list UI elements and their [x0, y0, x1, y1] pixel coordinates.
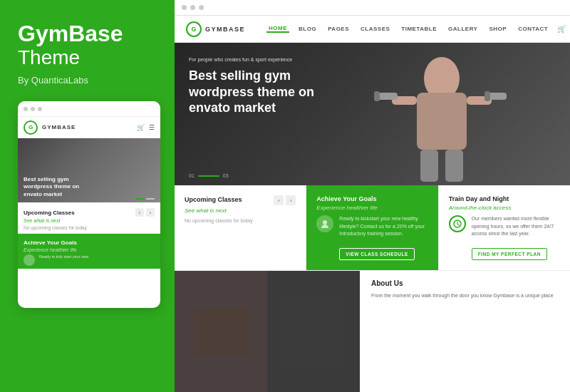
right-panel: G GYMBASE HOME BLOG PAGES CLASSES TIMETA… — [175, 0, 570, 392]
bottom-images — [175, 271, 360, 393]
brand-title: GymBase — [18, 21, 160, 46]
desktop-logo: G GYMBASE — [186, 21, 245, 37]
bottom-img-1-svg — [175, 271, 267, 393]
about-text: From the moment you walk through the doo… — [371, 292, 559, 299]
mobile-dot-1 — [24, 107, 28, 111]
achieve-card-btn[interactable]: VIEW CLASS SCHEDULE — [339, 248, 415, 260]
svg-rect-15 — [281, 295, 346, 368]
mobile-hero-text: Best selling gymwordpress theme onenvato… — [24, 176, 79, 198]
mobile-logo-text: GYMBASE — [42, 124, 133, 130]
mobile-dot-3 — [38, 107, 42, 111]
desktop-hero-title: Best selling gymwordpress theme onenvato… — [189, 68, 346, 116]
bottom-img-2-svg — [267, 271, 360, 393]
train-card-title: Train Day and Night — [449, 195, 560, 202]
mobile-achieve-subtitle: Experience healthier life — [24, 247, 155, 252]
mobile-mockup: G GYMBASE 🛒 ☰ Best selling gymwordpress … — [18, 101, 160, 308]
hero-dot-left: 01 — [189, 173, 195, 178]
mobile-next-arrow[interactable]: › — [146, 208, 155, 217]
achieve-card-desc: Ready to kickstart your new healthy life… — [339, 215, 428, 238]
train-card: Train Day and Night Around-the-clock acc… — [439, 185, 570, 270]
svg-rect-7 — [445, 150, 463, 182]
desktop-cart-icon[interactable]: 🛒 — [557, 24, 566, 34]
mobile-nav: G GYMBASE 🛒 ☰ — [18, 117, 160, 138]
mobile-prev-arrow[interactable]: ‹ — [135, 208, 144, 217]
mobile-upcoming-title: Upcoming Classes — [24, 210, 75, 216]
mobile-logo-icon: G — [24, 120, 38, 135]
mobile-achieve-icon — [24, 254, 35, 266]
cards-row: Upcoming Classes ‹ › See what is next No… — [175, 185, 570, 270]
upcoming-next-arrow[interactable]: › — [286, 195, 296, 205]
bottom-right: About Us From the moment you walk throug… — [360, 271, 570, 393]
mobile-upcoming-arrows: ‹ › — [135, 208, 155, 217]
mobile-cart-icon: 🛒 — [137, 124, 145, 131]
mobile-achieve-row: Ready to kick start your new — [24, 254, 155, 266]
mobile-achieve-desc: Ready to kick start your new — [39, 254, 88, 260]
bottom-img-1 — [175, 271, 267, 393]
upcoming-card-title: Upcoming Classes — [185, 196, 242, 203]
nav-link-timetable[interactable]: TIMETABLE — [399, 26, 439, 32]
bottom-img-2 — [267, 271, 360, 393]
desktop-dot-2 — [190, 5, 195, 10]
desktop-logo-icon: G — [186, 21, 202, 37]
achieve-icon-row: Ready to kickstart your new healthy life… — [316, 215, 428, 260]
achieve-card-subtitle: Experience healthier life — [316, 205, 428, 211]
upcoming-header-row: Upcoming Classes ‹ › — [185, 195, 296, 205]
desktop-nav: G GYMBASE HOME BLOG PAGES CLASSES TIMETA… — [175, 16, 570, 43]
desktop-logo-text: GYMBASE — [205, 26, 245, 33]
mobile-dot-2 — [31, 107, 35, 111]
mobile-hero-content: Best selling gymwordpress theme onenvato… — [24, 176, 79, 198]
mobile-upcoming-empty: No upcoming classes for today — [24, 225, 155, 230]
train-icon-svg — [453, 220, 462, 228]
desktop-top-bar — [175, 0, 570, 16]
upcoming-card-empty: No upcoming classes for today — [185, 218, 296, 223]
mobile-top-bar — [18, 101, 160, 117]
nav-link-gallery[interactable]: GALLERY — [446, 26, 480, 32]
upcoming-prev-arrow[interactable]: ‹ — [274, 195, 284, 205]
svg-rect-13 — [193, 307, 249, 356]
achieve-icon-svg — [320, 219, 330, 229]
achieve-card-icon — [316, 215, 333, 232]
mobile-achieve-title: Achieve Your Goals — [24, 239, 155, 246]
desktop-dot-1 — [182, 5, 187, 10]
train-card-icon — [449, 215, 466, 232]
mobile-upcoming: Upcoming Classes ‹ › See what is next No… — [18, 202, 160, 234]
train-icon-row: Our members wanted more flexible opening… — [449, 215, 560, 260]
desktop-mockup: G GYMBASE HOME BLOG PAGES CLASSES TIMETA… — [175, 0, 570, 392]
nav-link-contact[interactable]: CONTACT — [516, 26, 550, 32]
desktop-hero-tagline: For people who creates fun & sport exper… — [189, 57, 556, 62]
mobile-upcoming-subtitle: See what is next — [24, 218, 155, 223]
desktop-hero-content: For people who creates fun & sport exper… — [175, 43, 570, 130]
nav-link-pages[interactable]: PAGES — [326, 26, 351, 32]
about-title: About Us — [371, 279, 559, 287]
svg-point-10 — [323, 220, 327, 225]
mobile-hero: Best selling gymwordpress theme onenvato… — [18, 138, 160, 202]
nav-link-home[interactable]: HOME — [266, 25, 289, 33]
mobile-achieve: Achieve Your Goals Experience healthier … — [18, 234, 160, 269]
svg-rect-6 — [420, 150, 438, 182]
train-card-desc: Our members wanted more flexible opening… — [472, 215, 560, 238]
train-card-subtitle: Around-the-clock access — [449, 205, 560, 211]
achieve-goals-card: Achieve Your Goals Experience healthier … — [306, 185, 438, 270]
upcoming-card-subtitle: See what is next — [185, 207, 296, 214]
hero-dot-line — [198, 175, 219, 177]
upcoming-card-arrows: ‹ › — [274, 195, 296, 205]
upcoming-classes-card: Upcoming Classes ‹ › See what is next No… — [175, 185, 306, 270]
mobile-menu-icon: ☰ — [149, 124, 155, 131]
mobile-nav-icons: 🛒 ☰ — [137, 124, 155, 131]
mobile-hero-dot-inactive — [146, 198, 155, 200]
achieve-card-title: Achieve Your Goals — [316, 195, 428, 202]
brand-by: By QuanticaLabs — [18, 75, 160, 86]
brand-subtitle: Theme — [18, 46, 160, 69]
nav-link-shop[interactable]: SHOP — [487, 26, 509, 32]
bottom-section: About Us From the moment you walk throug… — [175, 270, 570, 393]
desktop-hero: For people who creates fun & sport exper… — [175, 43, 570, 185]
mobile-upcoming-header: Upcoming Classes ‹ › — [24, 208, 155, 217]
mobile-hero-dots — [136, 198, 155, 200]
hero-dot-right: 03 — [223, 173, 229, 178]
train-card-btn[interactable]: FIND MY PERFECT PLAN — [472, 248, 547, 260]
nav-link-classes[interactable]: CLASSES — [358, 26, 392, 32]
left-panel: GymBase Theme By QuanticaLabs G GYMBASE … — [0, 0, 175, 392]
nav-link-blog[interactable]: BLOG — [296, 26, 318, 32]
mobile-hero-dot-active — [136, 198, 145, 200]
desktop-dot-3 — [199, 5, 204, 10]
